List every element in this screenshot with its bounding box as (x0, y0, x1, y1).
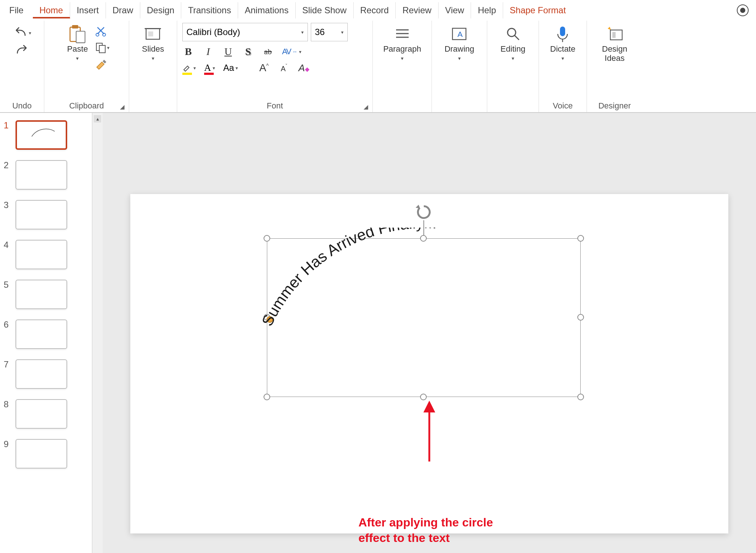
text-shadow-button[interactable]: S (242, 46, 254, 58)
dictate-button[interactable]: Dictate ▾ (546, 23, 579, 63)
highlight-color-button[interactable]: ▾ (182, 62, 196, 73)
svg-rect-17 (560, 27, 565, 36)
mini-curve-icon (30, 127, 56, 138)
svg-rect-19 (612, 32, 616, 38)
slide-thumbnails-panel[interactable]: 1 2 3 4 5 6 7 8 9 (0, 113, 92, 553)
italic-button[interactable]: I (202, 46, 214, 58)
group-font: Calibri (Body) ▾ 36 ▾ B I U S ab AV ↔ ▾ (177, 21, 373, 112)
resize-handle-bm[interactable] (420, 394, 427, 400)
slide[interactable]: Summer Has Arrived Finally!!! After appl… (130, 194, 728, 533)
group-designer: Design Ideas Designer (587, 21, 642, 112)
change-case-button[interactable]: Aa ▾ (223, 63, 238, 73)
menu-transitions[interactable]: Transitions (181, 2, 238, 18)
font-dialog-launcher[interactable]: ◢ (364, 103, 370, 110)
svg-rect-6 (99, 45, 105, 53)
chevron-down-icon: ▾ (107, 45, 110, 51)
svg-rect-18 (610, 30, 622, 40)
chevron-down-icon: ▾ (561, 55, 564, 61)
recording-indicator-icon[interactable] (737, 4, 749, 16)
highlighter-icon (182, 62, 192, 72)
slides-button[interactable]: Slides ▾ (138, 23, 168, 63)
menu-record[interactable]: Record (354, 2, 396, 18)
copy-button[interactable]: ▾ (95, 42, 110, 53)
search-icon (504, 25, 522, 43)
menu-draw[interactable]: Draw (106, 2, 140, 18)
thumbnail-1[interactable]: 1 (4, 120, 88, 150)
resize-handle-tm[interactable] (420, 235, 427, 242)
font-size-combo[interactable]: 36 ▾ (311, 23, 348, 41)
svg-rect-1 (72, 25, 78, 28)
svg-marker-22 (423, 401, 435, 412)
menu-slideshow[interactable]: Slide Show (296, 2, 354, 18)
format-painter-button[interactable] (95, 58, 110, 70)
slide-canvas-area[interactable]: Summer Has Arrived Finally!!! After appl… (103, 113, 756, 553)
redo-button[interactable] (15, 45, 29, 56)
char-spacing-button[interactable]: AV ↔ ▾ (282, 47, 302, 56)
font-name-combo[interactable]: Calibri (Body) ▾ (182, 23, 308, 41)
thumbnail-8[interactable]: 8 (4, 399, 88, 429)
thumbnail-5[interactable]: 5 (4, 280, 88, 309)
group-paragraph: Paragraph ▾ (373, 21, 432, 112)
bold-button[interactable]: B (182, 46, 194, 58)
clear-formatting-button[interactable]: A◆ (298, 62, 310, 74)
underline-button[interactable]: U (222, 46, 234, 58)
svg-text:Summer Has Arrived Finally!!!: Summer Has Arrived Finally!!! (258, 228, 437, 329)
group-label-undo: Undo (12, 99, 32, 111)
cut-button[interactable] (95, 26, 110, 37)
thumbnail-3[interactable]: 3 (4, 200, 88, 229)
annotation-arrow-icon (422, 401, 437, 463)
menu-insert[interactable]: Insert (70, 2, 106, 18)
thumbnail-7[interactable]: 7 (4, 359, 88, 389)
strikethrough-button[interactable]: ab (262, 47, 274, 56)
dictate-label: Dictate (550, 44, 575, 54)
svg-point-15 (508, 28, 516, 37)
resize-handle-mr[interactable] (577, 314, 584, 321)
menu-view[interactable]: View (439, 2, 471, 18)
menu-file[interactable]: File (4, 2, 33, 18)
thumbnail-2[interactable]: 2 (4, 160, 88, 190)
scroll-up-icon[interactable]: ▴ (94, 115, 101, 122)
selected-textbox[interactable]: Summer Has Arrived Finally!!! (267, 238, 581, 397)
paste-icon (69, 25, 86, 43)
undo-button[interactable]: ▾ (13, 27, 31, 38)
resize-handle-br[interactable] (577, 394, 584, 400)
menu-animations[interactable]: Animations (238, 2, 296, 18)
rotate-handle[interactable] (415, 203, 433, 221)
chevron-down-icon: ▾ (301, 30, 304, 35)
chevron-down-icon: ▾ (213, 65, 215, 71)
group-clipboard: Paste ▾ ▾ Clipboard ◢ (44, 21, 129, 112)
group-slides: Slides ▾ (129, 21, 177, 112)
thumbnail-scrollbar[interactable]: ▴ (92, 113, 103, 553)
design-ideas-icon (606, 25, 623, 43)
group-drawing: A Drawing ▾ (432, 21, 487, 112)
shrink-font-button[interactable]: Aˇ (278, 62, 290, 74)
font-color-button[interactable]: A ▾ (204, 62, 215, 73)
design-ideas-button[interactable]: Design Ideas (592, 23, 637, 65)
menu-design[interactable]: Design (140, 2, 182, 18)
menu-help[interactable]: Help (471, 2, 503, 18)
resize-handle-tr[interactable] (577, 235, 584, 242)
thumbnail-6[interactable]: 6 (4, 319, 88, 349)
drawing-button[interactable]: A Drawing ▾ (441, 23, 478, 63)
slides-label: Slides (142, 44, 164, 54)
drawing-icon: A (450, 25, 468, 43)
curved-text-svg: Summer Has Arrived Finally!!! (245, 228, 599, 357)
chevron-down-icon: ▾ (299, 49, 302, 55)
ribbon: ▾ Undo Paste ▾ ▾ (0, 21, 756, 113)
paragraph-button[interactable]: Paragraph ▾ (379, 23, 425, 63)
paste-button[interactable]: Paste ▾ (63, 23, 92, 63)
clipboard-dialog-launcher[interactable]: ◢ (120, 103, 127, 110)
editing-button[interactable]: Editing ▾ (497, 23, 529, 63)
paragraph-icon (394, 25, 411, 43)
adjustment-handle[interactable] (267, 316, 273, 323)
grow-font-button[interactable]: A^ (258, 62, 270, 74)
resize-handle-bl[interactable] (264, 394, 270, 400)
resize-handle-tl[interactable] (264, 235, 270, 242)
font-size-value: 36 (315, 27, 325, 37)
thumbnail-9[interactable]: 9 (4, 439, 88, 469)
menu-review[interactable]: Review (396, 2, 439, 18)
thumbnail-4[interactable]: 4 (4, 240, 88, 269)
group-label-clipboard: Clipboard (69, 99, 104, 111)
menu-shape-format[interactable]: Shape Format (503, 2, 573, 18)
menu-home[interactable]: Home (33, 2, 70, 18)
